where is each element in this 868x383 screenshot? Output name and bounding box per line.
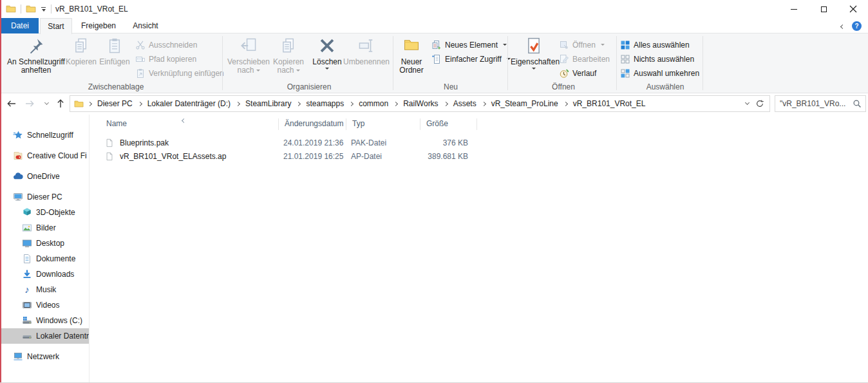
sidebar-item-videos[interactable]: Videos <box>0 297 89 313</box>
up-button[interactable] <box>53 96 68 111</box>
close-button[interactable] <box>838 0 868 18</box>
delete-button[interactable]: Löschen <box>309 36 345 70</box>
download-arrow-icon <box>22 269 32 279</box>
new-folder-icon <box>404 37 419 53</box>
sidebar-item-creative-cloud[interactable]: Creative Cloud Fi <box>0 148 89 163</box>
maximize-button[interactable] <box>809 0 838 18</box>
file-name: vR_BR101_VRot_ELAssets.ap <box>120 149 226 163</box>
sidebar-item-this-pc[interactable]: Dieser PC <box>0 189 89 205</box>
copy-icon <box>73 37 90 54</box>
sidebar-item-windows-c[interactable]: Windows (C:) <box>0 313 89 328</box>
select-none-button[interactable]: Nichts auswählen <box>620 52 694 66</box>
address-bar[interactable]: Dieser PC Lokaler Datenträger (D:) Steam… <box>70 95 770 112</box>
file-row[interactable]: vR_BR101_VRot_ELAssets.ap 21.01.2019 16:… <box>91 149 478 163</box>
invert-selection-button[interactable]: Auswahl umkehren <box>620 66 699 80</box>
recent-locations-button[interactable] <box>39 96 54 111</box>
sidebar-item-downloads[interactable]: Downloads <box>0 266 89 282</box>
button-label: Umbenennen <box>343 57 390 66</box>
sidebar-item-local-disk-d[interactable]: Lokaler Datenträ <box>0 328 89 344</box>
folder-icon <box>74 99 84 109</box>
breadcrumb-item[interactable]: SteamLibrary <box>243 99 294 108</box>
tab-file[interactable]: Datei <box>1 18 39 33</box>
rename-icon <box>358 37 375 54</box>
properties-button[interactable]: Eigenschaften <box>511 36 557 70</box>
easy-access-button[interactable]: Einfacher Zugriff <box>431 52 511 66</box>
dropdown-arrow-icon <box>296 70 300 71</box>
pin-to-quick-access-button[interactable]: An Schnellzugriff anheften <box>5 36 67 75</box>
navigation-pane: Schnellzugriff Creative Cloud Fi OneDriv… <box>0 115 89 383</box>
sidebar-item-quick-access[interactable]: Schnellzugriff <box>0 127 89 143</box>
copy-to-button[interactable]: Kopieren nach <box>269 36 308 75</box>
column-headers: Name Änderungsdatum Typ Größe <box>100 117 476 131</box>
new-item-button[interactable]: Neues Element <box>431 38 507 51</box>
paste-shortcut-button[interactable]: Verknüpfung einfügen <box>135 66 224 80</box>
back-button[interactable] <box>4 96 19 111</box>
open-button[interactable]: Öffnen <box>559 38 605 51</box>
tab-start[interactable]: Start <box>40 18 72 34</box>
refresh-icon[interactable] <box>755 99 764 108</box>
move-to-button[interactable]: Verschieben nach <box>225 36 272 75</box>
cut-button[interactable]: Ausschneiden <box>135 38 197 51</box>
breadcrumb-item[interactable]: RailWorks <box>401 99 440 108</box>
new-item-icon <box>431 40 442 50</box>
sidebar-item-3d-objects[interactable]: 3D-Objekte <box>0 205 89 220</box>
paste-button[interactable]: Einfügen <box>98 36 131 66</box>
column-header-date[interactable]: Änderungsdatum <box>285 119 343 128</box>
quick-access-toolbar <box>0 4 52 14</box>
breadcrumb-item[interactable]: Dieser PC <box>95 99 135 108</box>
search-icon[interactable] <box>853 99 862 108</box>
chevron-right-icon <box>138 101 142 106</box>
button-label: Ausschneiden <box>149 41 197 50</box>
breadcrumb-item[interactable]: common <box>356 99 391 108</box>
music-note-icon: ♪ <box>22 285 32 294</box>
breadcrumb-item[interactable]: vR_Steam_ProLine <box>489 99 561 108</box>
copy-button[interactable]: Kopieren <box>64 36 98 66</box>
tab-view[interactable]: Ansicht <box>126 18 165 33</box>
minimize-button[interactable] <box>779 0 809 18</box>
sidebar-item-label: Downloads <box>36 270 74 279</box>
button-label: Alles auswählen <box>634 41 690 50</box>
breadcrumb-item[interactable]: Assets <box>451 99 479 108</box>
folder-icon[interactable] <box>6 4 16 14</box>
sidebar-item-network[interactable]: Netzwerk <box>0 349 89 364</box>
history-button[interactable]: Verlauf <box>559 66 596 80</box>
column-divider[interactable] <box>278 118 279 130</box>
column-header-size[interactable]: Größe <box>426 119 448 128</box>
customize-quick-access-icon[interactable] <box>41 7 46 12</box>
pane-divider[interactable] <box>89 115 90 383</box>
file-row[interactable]: Blueprints.pak 24.01.2019 21:36 PAK-Date… <box>91 136 478 149</box>
breadcrumb-item[interactable]: vR_BR101_VRot_EL <box>571 99 648 108</box>
column-header-type[interactable]: Typ <box>352 119 364 128</box>
group-divider <box>222 36 223 90</box>
column-header-name[interactable]: Name <box>106 119 127 128</box>
sidebar-item-music[interactable]: ♪ Musik <box>0 282 89 297</box>
window-left-edge <box>0 0 1 383</box>
select-all-button[interactable]: Alles auswählen <box>620 38 690 51</box>
dropdown-arrow-icon <box>503 44 507 46</box>
breadcrumb-item[interactable]: Lokaler Datenträger (D:) <box>145 99 233 108</box>
properties-check-icon <box>525 37 542 54</box>
chevron-right-icon <box>563 101 568 106</box>
sidebar-item-desktop[interactable]: Desktop <box>0 236 89 251</box>
rename-button[interactable]: Umbenennen <box>343 36 390 66</box>
column-divider[interactable] <box>476 118 477 130</box>
sidebar-item-pictures[interactable]: Bilder <box>0 220 89 236</box>
edit-button[interactable]: Bearbeiten <box>559 52 610 66</box>
breadcrumb-item[interactable]: steamapps <box>303 99 346 108</box>
help-icon[interactable]: ? <box>852 21 862 31</box>
folder-icon[interactable] <box>26 4 36 14</box>
column-divider[interactable] <box>346 118 346 130</box>
address-dropdown-icon[interactable] <box>745 100 750 105</box>
copy-path-button[interactable]: Pfad kopieren <box>135 52 196 66</box>
close-icon <box>848 4 858 14</box>
search-input[interactable]: "vR_BR101_VRo... <box>775 95 866 112</box>
sidebar-item-documents[interactable]: Dokumente <box>0 251 89 266</box>
tab-share[interactable]: Freigeben <box>76 18 121 33</box>
new-folder-button[interactable]: Neuer Ordner <box>394 36 429 75</box>
sidebar-item-onedrive[interactable]: OneDrive <box>0 169 89 184</box>
chevron-right-icon <box>349 101 354 106</box>
minimize-ribbon-icon[interactable] <box>840 24 845 29</box>
button-label: Verknüpfung einfügen <box>149 69 224 78</box>
forward-button[interactable] <box>22 96 37 111</box>
column-divider[interactable] <box>420 118 420 130</box>
